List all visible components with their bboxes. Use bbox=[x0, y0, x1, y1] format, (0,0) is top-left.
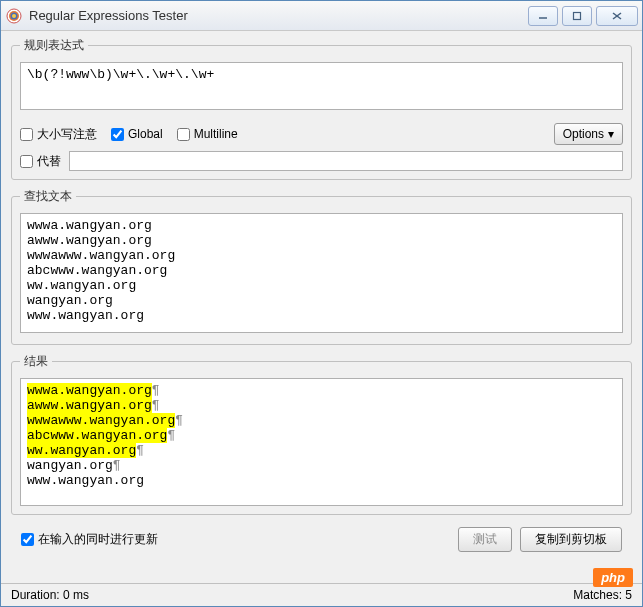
bottom-bar: 在输入的同时进行更新 测试 复制到剪切板 bbox=[11, 523, 632, 556]
regex-legend: 规则表达式 bbox=[20, 37, 88, 54]
result-line: wangyan.org¶ bbox=[27, 458, 616, 473]
result-text: wangyan.org bbox=[27, 458, 113, 473]
result-line: wwwa.wangyan.org¶ bbox=[27, 383, 616, 398]
global-checkbox[interactable]: Global bbox=[111, 127, 163, 141]
pilcrow-icon: ¶ bbox=[113, 458, 121, 473]
match-highlight: wwwa.wangyan.org bbox=[27, 383, 152, 398]
window-buttons bbox=[524, 6, 638, 26]
options-row: 大小写注意 Global Multiline Options▾ bbox=[20, 123, 623, 145]
options-button[interactable]: Options▾ bbox=[554, 123, 623, 145]
result-line: abcwww.wangyan.org¶ bbox=[27, 428, 616, 443]
auto-update-label: 在输入的同时进行更新 bbox=[38, 531, 158, 548]
matches-text: Matches: 5 bbox=[573, 588, 632, 602]
search-input[interactable] bbox=[20, 213, 623, 333]
test-button[interactable]: 测试 bbox=[458, 527, 512, 552]
search-fieldset: 查找文本 bbox=[11, 188, 632, 345]
pilcrow-icon: ¶ bbox=[152, 398, 160, 413]
pilcrow-icon: ¶ bbox=[136, 443, 144, 458]
match-highlight: awww.wangyan.org bbox=[27, 398, 152, 413]
app-icon bbox=[5, 7, 23, 25]
pilcrow-icon: ¶ bbox=[152, 383, 160, 398]
result-text: www.wangyan.org bbox=[27, 473, 144, 488]
global-label: Global bbox=[128, 127, 163, 141]
regex-fieldset: 规则表达式 大小写注意 Global Multiline Options▾ 代替 bbox=[11, 37, 632, 180]
substitute-row: 代替 bbox=[20, 151, 623, 171]
maximize-button[interactable] bbox=[562, 6, 592, 26]
minimize-button[interactable] bbox=[528, 6, 558, 26]
svg-rect-5 bbox=[574, 12, 581, 19]
window-title: Regular Expressions Tester bbox=[29, 8, 524, 23]
chevron-down-icon: ▾ bbox=[608, 127, 614, 141]
result-fieldset: 结果 wwwa.wangyan.org¶awww.wangyan.org¶www… bbox=[11, 353, 632, 515]
auto-update-checkbox[interactable]: 在输入的同时进行更新 bbox=[21, 531, 158, 548]
case-label: 大小写注意 bbox=[37, 126, 97, 143]
result-legend: 结果 bbox=[20, 353, 52, 370]
copy-button[interactable]: 复制到剪切板 bbox=[520, 527, 622, 552]
result-line: awww.wangyan.org¶ bbox=[27, 398, 616, 413]
window-body: 规则表达式 大小写注意 Global Multiline Options▾ 代替… bbox=[1, 31, 642, 583]
multiline-label: Multiline bbox=[194, 127, 238, 141]
match-highlight: abcwww.wangyan.org bbox=[27, 428, 167, 443]
case-checkbox[interactable]: 大小写注意 bbox=[20, 126, 97, 143]
php-badge: php bbox=[593, 568, 633, 587]
result-line: www.wangyan.org bbox=[27, 473, 616, 488]
app-window: Regular Expressions Tester 规则表达式 大小写注意 G… bbox=[0, 0, 643, 607]
result-output[interactable]: wwwa.wangyan.org¶awww.wangyan.org¶wwwaww… bbox=[20, 378, 623, 506]
pilcrow-icon: ¶ bbox=[167, 428, 175, 443]
search-legend: 查找文本 bbox=[20, 188, 76, 205]
multiline-checkbox[interactable]: Multiline bbox=[177, 127, 238, 141]
close-button[interactable] bbox=[596, 6, 638, 26]
match-highlight: ww.wangyan.org bbox=[27, 443, 136, 458]
result-line: wwwawww.wangyan.org¶ bbox=[27, 413, 616, 428]
options-label: Options bbox=[563, 127, 604, 141]
substitute-input[interactable] bbox=[69, 151, 623, 171]
substitute-checkbox[interactable]: 代替 bbox=[20, 153, 61, 170]
regex-input[interactable] bbox=[20, 62, 623, 110]
svg-point-3 bbox=[12, 14, 16, 18]
match-highlight: wwwawww.wangyan.org bbox=[27, 413, 175, 428]
titlebar: Regular Expressions Tester bbox=[1, 1, 642, 31]
substitute-label: 代替 bbox=[37, 153, 61, 170]
pilcrow-icon: ¶ bbox=[175, 413, 183, 428]
result-line: ww.wangyan.org¶ bbox=[27, 443, 616, 458]
status-bar: Duration: 0 ms Matches: 5 bbox=[1, 583, 642, 606]
duration-text: Duration: 0 ms bbox=[11, 588, 573, 602]
